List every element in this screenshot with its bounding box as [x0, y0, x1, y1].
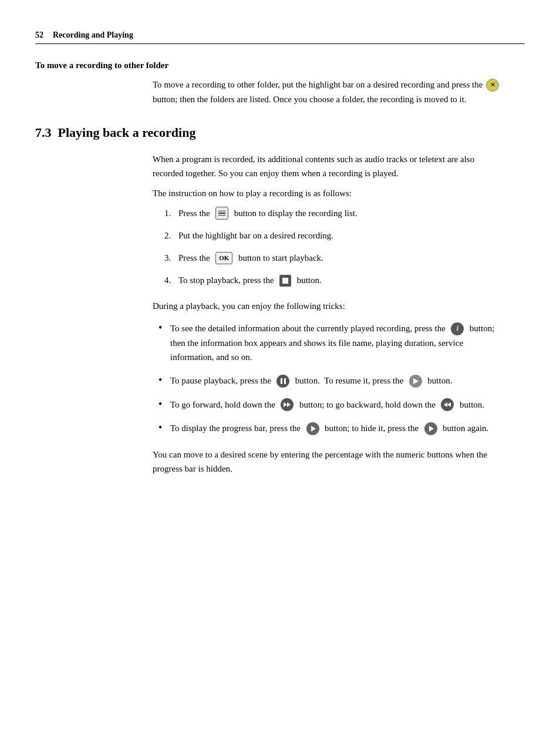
stop-button-icon	[279, 275, 291, 287]
step-4-num: 4.	[164, 273, 178, 287]
bullet-list: • To see the detailed information about …	[158, 321, 501, 435]
move-section-text: To move a recording to other folder, put…	[153, 78, 501, 106]
play-button-icon	[409, 375, 422, 388]
step-3: 3. Press the OK button to start playback…	[164, 251, 501, 265]
bullet-3: • To go forward, hold down the button; t…	[158, 398, 501, 412]
pb-button-icon-2	[424, 422, 437, 435]
bullet-1-dot: •	[158, 322, 170, 333]
step-2-text: Put the highlight bar on a desired recor…	[178, 228, 333, 243]
menu-button-icon	[215, 207, 228, 220]
bullet-1-text: To see the detailed information about th…	[170, 321, 501, 364]
page: 52 Recording and Playing To move a recor…	[0, 0, 560, 747]
step-4: 4. To stop playback, press the button.	[164, 273, 501, 287]
section-73-heading-row: 7.3 Playing back a recording	[35, 125, 525, 140]
step-2: 2. Put the highlight bar on a desired re…	[164, 228, 501, 243]
step-1-num: 1.	[164, 206, 178, 220]
bullet-2-dot: •	[158, 375, 170, 385]
header-title: Recording and Playing	[53, 31, 133, 40]
bullet-1: • To see the detailed information about …	[158, 321, 501, 364]
bullet-4-dot: •	[158, 422, 170, 433]
bullet-2: • To pause playback, press the button. T…	[158, 374, 501, 388]
step-3-text: Press the OK button to start playback.	[178, 251, 323, 265]
step-4-text: To stop playback, press the button.	[178, 273, 322, 287]
cross-button-icon: ✕	[486, 79, 499, 92]
footer-text: You can move to a desired scene by enter…	[153, 447, 501, 476]
section-73-intro1: When a program is recorded, its addition…	[153, 152, 501, 180]
section-73-intro2: The instruction on how to play a recordi…	[153, 186, 501, 200]
step-3-num: 3.	[164, 251, 178, 265]
section-73-number: 7.3 Playing back a recording	[35, 125, 195, 140]
section-73: 7.3 Playing back a recording When a prog…	[35, 125, 525, 476]
during-text: During a playback, you can enjoy the fol…	[153, 299, 501, 313]
move-section-body: To move a recording to other folder, put…	[153, 78, 501, 106]
move-section: To move a recording to other folder To m…	[35, 60, 525, 106]
steps-list: 1. Press the button to display the recor…	[164, 206, 501, 288]
ff-button-icon	[281, 398, 294, 411]
bullet-3-text: To go forward, hold down the button; to …	[170, 398, 484, 412]
bullet-4: • To display the progress bar, press the…	[158, 421, 501, 436]
step-2-num: 2.	[164, 228, 178, 243]
section-73-content: When a program is recorded, its addition…	[153, 152, 501, 476]
pb-button-icon-1	[306, 422, 319, 435]
page-number: 52	[35, 31, 43, 40]
bullet-4-text: To display the progress bar, press the b…	[170, 421, 488, 436]
info-button-icon: i	[451, 322, 464, 335]
page-header: 52 Recording and Playing	[35, 31, 525, 44]
bullet-2-text: To pause playback, press the button. To …	[170, 374, 452, 388]
step-1-text: Press the button to display the recordin…	[178, 206, 357, 221]
bullet-3-dot: •	[158, 399, 170, 409]
pause-button-icon	[276, 375, 289, 388]
step-1: 1. Press the button to display the recor…	[164, 206, 501, 221]
rew-button-icon	[441, 398, 454, 411]
ok-button-icon: OK	[215, 252, 232, 265]
move-section-heading: To move a recording to other folder	[35, 60, 525, 70]
